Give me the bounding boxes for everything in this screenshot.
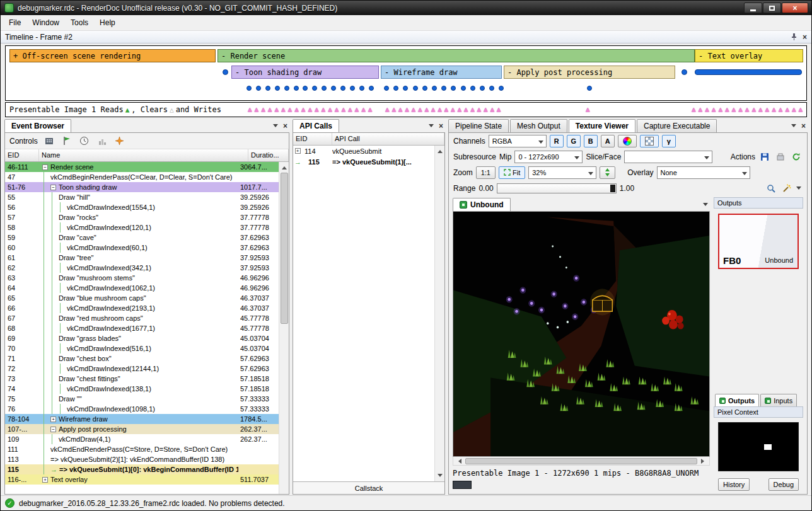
event-row[interactable]: 72vkCmdDrawIndexed(12144,1)57.62963 xyxy=(5,364,279,374)
channel-g-button[interactable]: G xyxy=(567,135,581,147)
magnifier-icon[interactable] xyxy=(765,182,777,195)
tree-expander-icon[interactable]: + xyxy=(295,148,301,154)
texture-tabs-menu-icon[interactable] xyxy=(703,203,708,209)
timeline-close-icon[interactable]: × xyxy=(803,33,807,41)
timeline-section-text-overlay[interactable]: - Text overlay xyxy=(695,49,803,62)
refresh-icon[interactable] xyxy=(790,151,803,163)
toolbar-overflow-icon[interactable] xyxy=(796,187,801,192)
scroll-down-icon[interactable] xyxy=(438,472,443,481)
event-row[interactable]: 67Draw "red mushroom caps"45.77778 xyxy=(5,313,279,323)
channels-dropdown[interactable]: RGBA xyxy=(489,135,547,147)
event-row[interactable]: 66vkCmdDrawIndexed(2193,1)46.37037 xyxy=(5,303,279,313)
tab-api-calls[interactable]: API Calls xyxy=(293,119,339,133)
maximize-button[interactable] xyxy=(763,3,781,13)
tree-expander-icon[interactable]: + xyxy=(50,416,56,422)
overlay-dropdown[interactable]: None xyxy=(657,166,750,179)
event-row[interactable]: 113=> vkQueueSubmit(2)[1]: vkEndCommandB… xyxy=(5,454,279,464)
event-row[interactable]: 107-...−Apply post processing262.37... xyxy=(5,424,279,434)
fit-button[interactable]: Fit xyxy=(499,166,525,179)
texture-tab-unbound[interactable]: Unbound xyxy=(453,198,511,212)
event-row[interactable]: 55Draw "hill"39.25926 xyxy=(5,192,279,202)
color-wheel-button[interactable] xyxy=(618,135,637,147)
event-row[interactable]: 116-...+Text overlay511.7037 xyxy=(5,474,279,485)
fb0-thumbnail[interactable]: FB0 Unbound xyxy=(718,214,799,269)
event-row[interactable]: 56vkCmdDrawIndexed(1554,1)39.25926 xyxy=(5,202,279,212)
tree-expander-icon[interactable]: − xyxy=(42,164,48,170)
debug-button[interactable]: Debug xyxy=(768,478,799,491)
tab-texture-viewer[interactable]: Texture Viewer xyxy=(569,119,635,133)
column-eid[interactable]: EID xyxy=(293,133,332,145)
event-row[interactable]: 78-104+Wireframe draw1784.5... xyxy=(5,414,279,424)
mip-dropdown[interactable]: 0 - 1272x690 xyxy=(514,151,583,163)
panel-close-icon[interactable]: × xyxy=(283,122,287,130)
panel-menu-icon[interactable] xyxy=(791,124,796,130)
event-row[interactable]: 63Draw "mushroom stems"46.96296 xyxy=(5,273,279,283)
event-row[interactable]: 75Draw ""57.33333 xyxy=(5,394,279,404)
save-icon[interactable] xyxy=(758,151,771,163)
tab-mesh-output[interactable]: Mesh Output xyxy=(510,119,567,132)
scroll-right-icon[interactable] xyxy=(701,459,707,464)
event-row[interactable]: 111vkCmdEndRenderPass(C=Store, D=Store, … xyxy=(5,444,279,454)
tab-inputs[interactable]: Inputs xyxy=(760,394,797,406)
panel-close-icon[interactable]: × xyxy=(801,122,806,130)
event-row[interactable]: 51-76−Toon shading draw1017.7... xyxy=(5,182,279,192)
event-row[interactable]: 68vkCmdDrawIndexed(1677,1)45.77778 xyxy=(5,323,279,333)
timeline-section-toon[interactable]: - Toon shading draw xyxy=(231,66,379,79)
event-row[interactable]: 115→=> vkQueueSubmit(1)[0]: vkBeginComma… xyxy=(5,464,279,474)
api-calls-scrollbar[interactable] xyxy=(434,146,444,481)
range-slider[interactable] xyxy=(497,183,617,193)
menu-window[interactable]: Window xyxy=(26,16,65,30)
channel-r-button[interactable]: R xyxy=(550,135,564,147)
event-row[interactable]: 69Draw "grass blades"45.03704 xyxy=(5,333,279,343)
panel-menu-icon[interactable] xyxy=(429,124,434,130)
tab-pipeline-state[interactable]: Pipeline State xyxy=(448,119,509,132)
menu-file[interactable]: File xyxy=(3,16,26,30)
tab-capture-executable[interactable]: Capture Executable xyxy=(637,119,717,132)
title-bar[interactable]: debugmarker.rdc - RenderDoc Unofficial r… xyxy=(1,1,811,15)
pin-icon[interactable] xyxy=(791,33,798,41)
tab-event-browser[interactable]: Event Browser xyxy=(4,119,71,133)
scroll-up-icon[interactable] xyxy=(438,146,443,155)
zoom-dropdown[interactable]: 32% xyxy=(528,166,596,179)
event-row[interactable]: 76vkCmdDrawIndexed(1098,1)57.33333 xyxy=(5,404,279,414)
texture-image[interactable] xyxy=(453,212,709,456)
event-row[interactable]: 60vkCmdDrawIndexed(60,1)37.62963 xyxy=(5,243,279,253)
grid-icon[interactable] xyxy=(43,135,55,147)
event-row[interactable]: 65Draw "blue mushroom caps"46.37037 xyxy=(5,293,279,303)
event-browser-scrollbar[interactable] xyxy=(279,162,289,494)
event-row[interactable]: 74vkCmdDrawIndexed(138,1)57.18518 xyxy=(5,384,279,394)
panel-menu-icon[interactable] xyxy=(273,124,278,130)
wand-icon[interactable] xyxy=(780,182,793,195)
column-duration[interactable]: Duratio... xyxy=(248,149,289,161)
texture-h-scrollbar[interactable] xyxy=(453,457,710,466)
menu-tools[interactable]: Tools xyxy=(65,16,94,30)
event-row[interactable]: 57Draw "rocks"37.77778 xyxy=(5,212,279,222)
checkerboard-button[interactable] xyxy=(640,135,659,147)
range-slider-thumb[interactable] xyxy=(610,185,615,192)
api-call-row[interactable]: →115=> vkQueueSubmit(1)[... xyxy=(293,156,434,167)
event-row[interactable]: 58vkCmdDrawIndexed(120,1)37.77778 xyxy=(5,222,279,233)
scroll-left-icon[interactable] xyxy=(456,459,461,464)
event-row[interactable]: 70vkCmdDrawIndexed(516,1)45.03704 xyxy=(5,343,279,353)
timeline-section-wireframe[interactable]: - Wireframe draw xyxy=(381,66,502,79)
close-button[interactable]: × xyxy=(782,3,808,13)
gamma-button[interactable]: γ xyxy=(662,135,676,147)
timeline-canvas[interactable]: + Off-screen scene rendering - Render sc… xyxy=(5,45,807,101)
event-row[interactable]: 59Draw "cave"37.62963 xyxy=(5,233,279,243)
sliceface-dropdown[interactable] xyxy=(624,151,712,163)
flip-y-button[interactable] xyxy=(600,166,615,179)
minimize-button[interactable] xyxy=(744,3,762,13)
zoom-1to1-button[interactable]: 1:1 xyxy=(476,166,496,179)
column-name[interactable]: Name xyxy=(39,149,248,161)
flag-icon[interactable] xyxy=(61,135,73,147)
tab-outputs[interactable]: Outputs xyxy=(715,394,759,406)
scrollbar-thumb[interactable] xyxy=(281,173,288,324)
pixel-context-view[interactable] xyxy=(718,422,799,471)
event-row[interactable]: 73Draw "chest fittings"57.18518 xyxy=(5,374,279,384)
scroll-up-icon[interactable] xyxy=(282,162,287,171)
tree-expander-icon[interactable]: − xyxy=(50,427,56,432)
chart-icon[interactable] xyxy=(96,135,108,147)
channel-a-button[interactable]: A xyxy=(601,135,615,147)
scrollbar-thumb[interactable] xyxy=(465,458,697,464)
export-icon[interactable] xyxy=(774,151,787,163)
